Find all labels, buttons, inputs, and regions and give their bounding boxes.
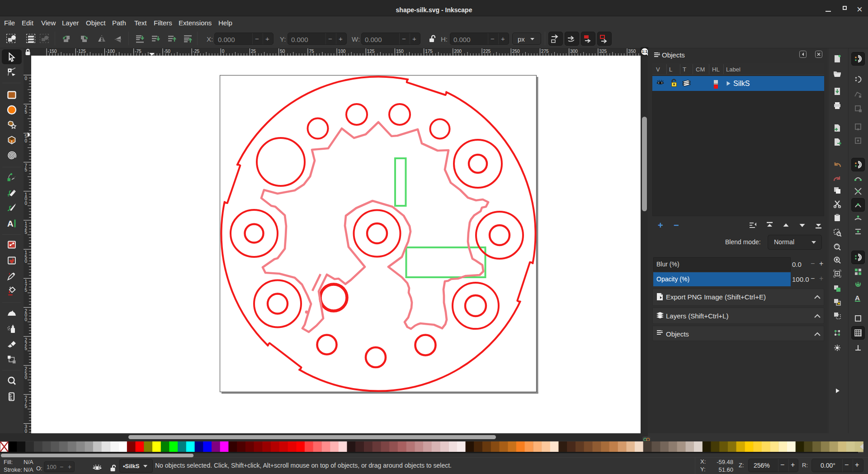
svg-text:0: 0	[25, 375, 28, 380]
svg-text:-150: -150	[48, 49, 57, 54]
svg-text:75: 75	[309, 49, 314, 54]
svg-text:350: 350	[628, 49, 636, 54]
svg-text:325: 325	[599, 49, 607, 54]
svg-text:-100: -100	[106, 49, 115, 54]
svg-text:-125: -125	[77, 49, 86, 54]
svg-text:125: 125	[367, 49, 375, 54]
svg-text:1:1: 1:1	[642, 49, 648, 54]
svg-text:0: 0	[25, 138, 28, 143]
svg-text:5: 5	[25, 346, 28, 351]
svg-text:5: 5	[25, 230, 28, 235]
svg-text:0: 0	[222, 49, 225, 54]
svg-text:0: 0	[25, 317, 28, 322]
svg-text:0: 0	[25, 76, 28, 81]
svg-text:25: 25	[251, 49, 256, 54]
svg-text:150: 150	[396, 49, 404, 54]
svg-text:50: 50	[280, 49, 285, 54]
svg-text:A: A	[7, 219, 14, 228]
svg-text:225: 225	[483, 49, 491, 54]
svg-text:175: 175	[425, 49, 433, 54]
svg-text:250: 250	[512, 49, 520, 54]
svg-text:5: 5	[25, 109, 28, 114]
svg-text:5: 5	[25, 404, 28, 409]
svg-text:300: 300	[570, 49, 578, 54]
svg-text:5: 5	[25, 167, 28, 172]
svg-text:5: 5	[25, 288, 28, 293]
svg-text:100: 100	[338, 49, 346, 54]
svg-text:200: 200	[454, 49, 462, 54]
svg-text:0: 0	[25, 201, 28, 206]
svg-text:-50: -50	[164, 49, 170, 54]
svg-text:-25: -25	[193, 49, 200, 54]
svg-text:-75: -75	[135, 49, 142, 54]
svg-text:A: A	[855, 294, 860, 302]
svg-text:0: 0	[25, 259, 28, 264]
svg-text:275: 275	[541, 49, 549, 54]
